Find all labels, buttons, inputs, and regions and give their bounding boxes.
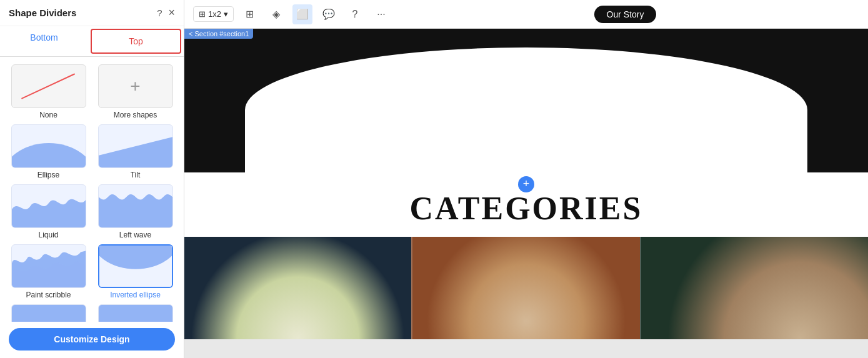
svg-point-0 [12,143,86,168]
panel-header: Shape Dividers ? × [0,0,184,26]
shape-item-bottom1[interactable] [7,304,89,322]
close-icon[interactable]: × [168,6,175,19]
card-fresh-flowers[interactable]: Fresh Flowers Shop Now [184,237,411,339]
top-toolbar: ⊞ 1x2 ▾ ⊞ ◈ ⬜ 💬 ? ··· Our Story [184,0,868,29]
panel-title: Shape Dividers [9,7,76,18]
shape-label-none: None [39,111,57,119]
shape-thumb-more: + [98,64,173,108]
help-icon[interactable]: ? [157,7,162,18]
shape-item-paintscribble[interactable]: Paint scribble [7,244,89,299]
crop-button[interactable]: ⬜ [292,4,312,24]
hero-arch [245,47,807,172]
shape-label-ellipse: Ellipse [37,171,59,179]
shape-item-more[interactable]: + More shapes [94,64,176,119]
shape-thumb-leftwave [98,184,173,228]
layers-button[interactable]: ◈ [266,4,286,24]
shape-label-more: More shapes [114,111,157,119]
shape-thumb-paintscribble [11,244,86,288]
fresh-flowers-image [184,237,411,339]
more-options-button[interactable]: ··· [371,4,391,24]
toolbar-left: ⊞ 1x2 ▾ ⊞ ◈ ⬜ 💬 ? ··· [193,4,391,24]
tab-bottom[interactable]: Bottom [0,26,88,56]
section-label[interactable]: < Section #section1 [184,29,253,39]
grid-icon: ⊞ [199,9,206,19]
cards-row: Fresh Flowers Shop Now Dried Flowers Sho… [184,237,868,339]
crop-icon: ⬜ [296,8,309,20]
layout-label: 1x2 [208,9,221,19]
editor-area: ⊞ 1x2 ▾ ⊞ ◈ ⬜ 💬 ? ··· Our Story [184,0,868,358]
shape-item-none[interactable]: None [7,64,89,119]
help-button[interactable]: ? [345,4,365,24]
customize-btn-wrap: Customize Design [0,322,184,358]
panel-header-icons: ? × [157,6,175,19]
dried-flowers-image [412,237,639,339]
accessories-image [641,237,868,339]
shape-label-liquid: Liquid [38,231,58,239]
shape-thumb-none [11,64,86,108]
shape-dividers-panel: Shape Dividers ? × Bottom Top None + Mor… [0,0,184,358]
shape-thumb-invertedellipse [98,244,173,288]
categories-title: CATEGORIES [184,190,868,227]
layers-icon: ◈ [272,8,280,20]
ellipsis-icon: ··· [377,9,385,20]
hero-section [184,29,868,172]
plus-icon: + [130,76,140,96]
none-line [21,73,75,99]
shape-label-paintscribble: Paint scribble [26,291,71,299]
shape-item-ellipse[interactable]: Ellipse [7,124,89,179]
card-dried-flowers[interactable]: Dried Flowers Shop Now [411,237,639,339]
layout-select[interactable]: ⊞ 1x2 ▾ [193,6,234,22]
shape-thumb-liquid [11,184,86,228]
svg-marker-1 [99,137,172,167]
shape-label-tilt: Tilt [131,171,141,179]
customize-design-button[interactable]: Customize Design [9,328,175,351]
nav-pill[interactable]: Our Story [594,6,657,23]
canvas: < Section #section1 + CATEGORIES Fresh F… [184,29,868,358]
chevron-down-icon: ▾ [224,9,228,19]
tab-top[interactable]: Top [91,29,181,54]
question-icon: ? [352,9,358,20]
shape-item-liquid[interactable]: Liquid [7,184,89,239]
card-accessories[interactable]: Accessories Shop Now [640,237,868,339]
add-content-button[interactable]: + [518,176,534,192]
add-section-icon: ⊞ [246,8,254,20]
shape-thumb-tilt [98,124,173,168]
shape-item-invertedellipse[interactable]: Inverted ellipse [94,244,176,299]
shape-label-leftwave: Left wave [119,231,151,239]
shape-grid: None + More shapes Ellipse [0,57,184,322]
shape-label-invertedellipse: Inverted ellipse [110,291,161,299]
shape-item-leftwave[interactable]: Left wave [94,184,176,239]
shape-thumb-bottom2 [98,304,173,322]
website-preview: < Section #section1 + CATEGORIES Fresh F… [184,29,868,339]
add-section-button[interactable]: ⊞ [240,4,260,24]
comment-button[interactable]: 💬 [319,4,339,24]
shape-item-tilt[interactable]: Tilt [94,124,176,179]
shape-thumb-ellipse [11,124,86,168]
tabs-container: Bottom Top [0,26,184,57]
shape-item-bottom2[interactable] [94,304,176,322]
comment-icon: 💬 [322,8,335,20]
shape-thumb-bottom1 [11,304,86,322]
